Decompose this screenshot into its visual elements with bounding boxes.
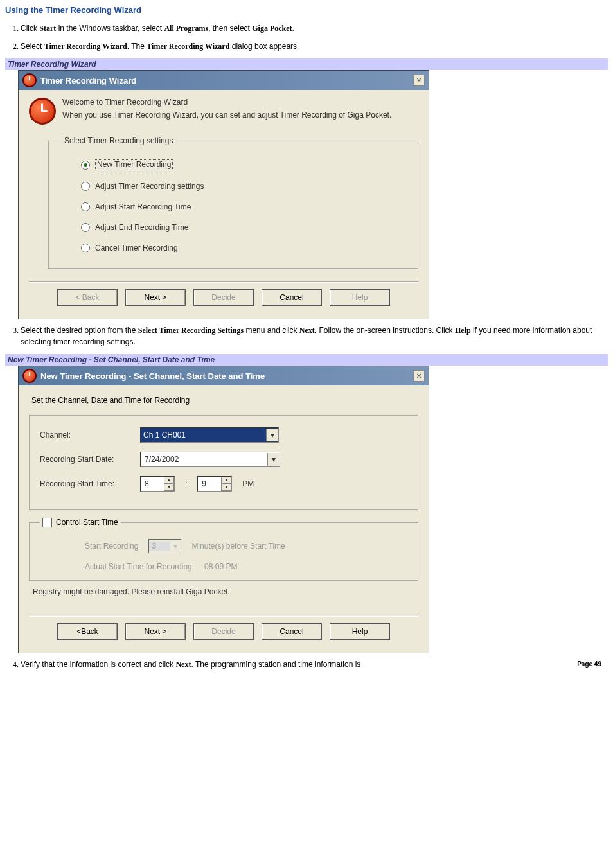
dialog-timer-recording-wizard: Timer Recording Wizard × Welcome to Time…: [18, 70, 429, 319]
title-bar: Timer Recording Wizard ×: [19, 71, 429, 90]
step-1: Click Start in the Windows taskbar, sele…: [21, 22, 608, 34]
separator: [29, 281, 418, 283]
dialog-subtitle: Set the Channel, Date and Time for Recor…: [31, 396, 418, 405]
radio-label: Adjust End Recording Time: [95, 223, 188, 232]
close-icon[interactable]: ×: [413, 370, 425, 382]
minutes-before-suffix: Minute(s) before Start Time: [191, 542, 285, 551]
back-button: < Back: [57, 289, 118, 306]
text: menu and click: [244, 326, 299, 335]
back-button[interactable]: < Back: [57, 623, 118, 640]
figure-caption-2: New Timer Recording - Set Channel, Start…: [5, 354, 608, 366]
text: in the Windows taskbar, select: [56, 24, 164, 33]
text: . The programming station and time infor…: [191, 660, 360, 669]
start-date-picker[interactable]: 7/24/2002 ▾: [140, 452, 280, 467]
text: Click: [21, 24, 39, 33]
radio-label: Adjust Start Recording Time: [95, 202, 191, 211]
clock-icon: [29, 98, 56, 125]
actual-start-value: 08:09 PM: [204, 562, 237, 571]
radio-new-timer-recording[interactable]: New Timer Recording: [81, 159, 405, 170]
minute-value: 9: [202, 479, 206, 488]
decide-button: Decide: [193, 623, 254, 640]
clock-icon: [22, 73, 37, 87]
cst-label: Control Start Time: [56, 518, 118, 527]
radio-adjust-start-time[interactable]: Adjust Start Recording Time: [81, 202, 405, 211]
text-bold: Help: [455, 326, 471, 335]
close-icon[interactable]: ×: [413, 75, 425, 86]
steps-list-cont2: Verify that the information is correct a…: [21, 659, 608, 670]
radio-label: Adjust Timer Recording settings: [95, 182, 204, 191]
spin-up-icon[interactable]: ▲: [221, 477, 231, 484]
start-date-label: Recording Start Date:: [40, 455, 130, 464]
figure-caption-1: Timer Recording Wizard: [5, 58, 608, 70]
control-start-time-legend: Control Start Time: [40, 518, 121, 527]
cancel-button[interactable]: Cancel: [262, 289, 322, 306]
radio-cancel-recording[interactable]: Cancel Timer Recording: [81, 244, 405, 252]
ampm-label: PM: [242, 479, 254, 488]
spin-up-icon[interactable]: ▲: [164, 477, 174, 484]
radio-adjust-end-time[interactable]: Adjust End Recording Time: [81, 223, 405, 232]
minute-spinner[interactable]: 9 ▲▼: [197, 476, 232, 492]
channel-dropdown[interactable]: Ch 1 CH001 ▾: [140, 427, 279, 443]
text: . The: [127, 42, 147, 51]
welcome-text-2: When you use Timer Recording Wizard, you…: [62, 111, 391, 120]
radio-adjust-settings[interactable]: Adjust Timer Recording settings: [81, 182, 405, 191]
text-bold: Timer Recording Wizard: [147, 42, 229, 51]
dialog-title: Timer Recording Wizard: [40, 76, 136, 85]
time-colon: :: [185, 479, 187, 488]
steps-list-cont: Select the desired option from the Selec…: [21, 324, 608, 348]
text: Verify that the information is correct a…: [21, 660, 175, 669]
select-settings-group: Select Timer Recording settings New Time…: [48, 136, 418, 269]
step-4: Verify that the information is correct a…: [21, 659, 608, 670]
step-3: Select the desired option from the Selec…: [21, 324, 608, 348]
channel-value: Ch 1 CH001: [143, 430, 186, 439]
cancel-button[interactable]: Cancel: [262, 623, 322, 640]
radio-icon[interactable]: [81, 161, 90, 170]
next-button[interactable]: Next >: [125, 289, 186, 306]
minutes-before-dropdown: 3 ▾: [148, 539, 181, 553]
text: . Follow the on-screen instructions. Cli…: [315, 326, 455, 335]
radio-icon[interactable]: [81, 202, 90, 211]
hour-value: 8: [145, 479, 149, 488]
group-legend: Select Timer Recording settings: [62, 136, 175, 145]
text: dialog box appears.: [229, 42, 299, 51]
text-bold: Next: [299, 326, 315, 335]
steps-list: Click Start in the Windows taskbar, sele…: [21, 22, 608, 52]
radio-label: Cancel Timer Recording: [95, 244, 178, 252]
help-button: Help: [330, 289, 390, 306]
channel-label: Channel:: [40, 430, 130, 439]
page-number: Page 49: [577, 660, 601, 668]
welcome-text-1: Welcome to Timer Recording Wizard: [62, 98, 391, 107]
text-bold: Giga Pocket: [252, 24, 292, 33]
start-recording-label: Start Recording: [85, 542, 138, 551]
spin-down-icon[interactable]: ▼: [221, 484, 231, 491]
actual-start-label: Actual Start Time for Recording:: [85, 562, 194, 571]
chevron-down-icon[interactable]: ▾: [267, 453, 280, 466]
text-bold: Select Timer Recording Settings: [138, 326, 244, 335]
text-bold: All Programs: [164, 24, 208, 33]
decide-button: Decide: [193, 289, 254, 306]
text-bold: Timer Recording Wizard: [44, 42, 127, 51]
separator: [29, 616, 418, 617]
dialog-new-timer-recording: New Timer Recording - Set Channel, Start…: [18, 366, 429, 653]
text-bold: Start: [39, 24, 56, 33]
radio-icon[interactable]: [81, 223, 90, 232]
chevron-down-icon[interactable]: ▾: [266, 429, 278, 441]
section-heading: Using the Timer Recording Wizard: [5, 5, 608, 15]
hour-spinner[interactable]: 8 ▲▼: [140, 476, 175, 492]
radio-icon[interactable]: [81, 244, 90, 252]
help-button[interactable]: Help: [330, 623, 390, 640]
spin-down-icon[interactable]: ▼: [164, 484, 174, 491]
text: , then select: [208, 24, 252, 33]
text-bold: Next: [175, 660, 191, 669]
text: Select: [21, 42, 44, 51]
control-start-time-checkbox[interactable]: [42, 518, 52, 527]
control-start-time-group: Control Start Time Start Recording 3 ▾ M…: [29, 518, 418, 581]
dialog-title: New Timer Recording - Set Channel, Start…: [40, 371, 265, 381]
radio-icon[interactable]: [81, 182, 90, 191]
clock-icon: [22, 369, 37, 383]
radio-label: New Timer Recording: [95, 159, 173, 170]
minutes-before-value: 3: [149, 542, 170, 551]
next-button[interactable]: Next >: [125, 623, 186, 640]
step-2: Select Timer Recording Wizard. The Timer…: [21, 40, 608, 52]
start-date-value: 7/24/2002: [145, 455, 179, 464]
